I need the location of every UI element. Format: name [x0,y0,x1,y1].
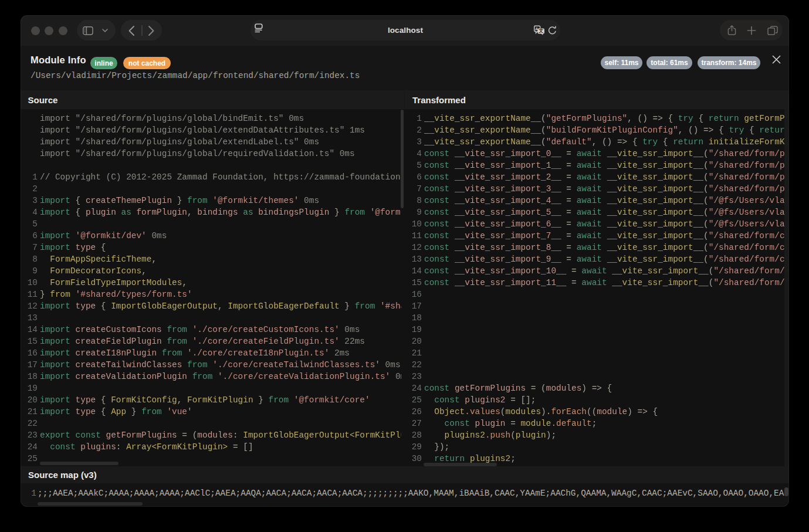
svg-text:文: 文 [538,28,543,33]
